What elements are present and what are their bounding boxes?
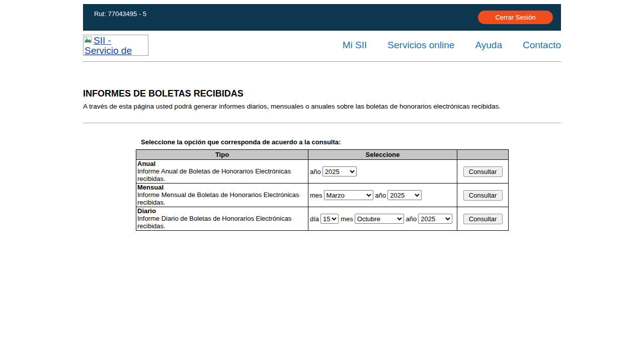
table-header-row: Tipo Seleccione bbox=[136, 150, 509, 160]
table-row-diario: Diario Informe Diario de Boletas de Hono… bbox=[136, 207, 509, 231]
diario-month-label: mes bbox=[341, 215, 353, 223]
row-type-mensual: Mensual bbox=[137, 184, 306, 191]
nav-ayuda[interactable]: Ayuda bbox=[475, 40, 502, 51]
nav-servicios-online[interactable]: Servicios online bbox=[387, 40, 454, 51]
row-type-diario: Diario bbox=[137, 207, 306, 215]
reports-table: Tipo Seleccione Anual Informe Anual de B… bbox=[136, 149, 509, 231]
col-header-action bbox=[457, 150, 509, 160]
rut-label: Rut: 77043495 - 5 bbox=[94, 10, 146, 18]
col-header-tipo: Tipo bbox=[136, 150, 308, 160]
page-description: A través de esta página usted podrá gene… bbox=[83, 103, 561, 110]
nav-contacto[interactable]: Contacto bbox=[523, 40, 561, 51]
consultar-diario-button[interactable]: Consultar bbox=[463, 214, 503, 224]
session-bar: Rut: 77043495 - 5 Cerrar Sesión bbox=[83, 4, 561, 31]
page-container: Rut: 77043495 - 5 Cerrar Sesión SII - Se… bbox=[83, 4, 561, 231]
logout-button[interactable]: Cerrar Sesión bbox=[478, 11, 553, 24]
row-description-anual: Informe Anual de Boletas de Honorarios E… bbox=[137, 167, 291, 183]
mensual-month-select[interactable]: Marzo bbox=[324, 190, 373, 200]
consultar-anual-button[interactable]: Consultar bbox=[463, 166, 503, 177]
diario-month-select[interactable]: Octubre bbox=[355, 214, 404, 224]
main-content: INFORMES DE BOLETAS RECIBIDAS A través d… bbox=[83, 89, 561, 231]
consultation-section: Seleccione la opción que corresponda de … bbox=[136, 138, 508, 231]
consultar-mensual-button[interactable]: Consultar bbox=[463, 190, 503, 201]
anual-year-label: año bbox=[310, 168, 321, 175]
table-row-mensual: Mensual Informe Mensual de Boletas de Ho… bbox=[136, 184, 509, 207]
broken-image-icon bbox=[85, 36, 93, 46]
row-type-anual: Anual bbox=[137, 160, 306, 167]
diario-year-label: año bbox=[406, 215, 417, 223]
mensual-month-label: mes bbox=[310, 192, 323, 199]
site-header: SII - Servicio de Mi SII Servicios onlin… bbox=[83, 31, 561, 62]
diario-day-select[interactable]: 15 bbox=[320, 214, 339, 224]
content-divider bbox=[83, 123, 561, 123]
page-title: INFORMES DE BOLETAS RECIBIDAS bbox=[83, 89, 561, 98]
mensual-year-select[interactable]: 2025 bbox=[387, 190, 422, 200]
diario-day-label: día bbox=[310, 215, 319, 223]
mensual-year-label: año bbox=[375, 192, 386, 199]
nav-mi-sii[interactable]: Mi SII bbox=[343, 40, 367, 51]
col-header-seleccione: Seleccione bbox=[308, 150, 457, 160]
sii-logo[interactable]: SII - Servicio de bbox=[83, 35, 148, 56]
diario-year-select[interactable]: 2025 bbox=[418, 214, 452, 224]
row-description-diario: Informe Diario de Boletas de Honorarios … bbox=[137, 215, 291, 230]
main-nav: Mi SII Servicios online Ayuda Contacto bbox=[322, 40, 561, 51]
table-row-anual: Anual Informe Anual de Boletas de Honora… bbox=[136, 160, 509, 184]
table-caption: Seleccione la opción que corresponda de … bbox=[136, 138, 508, 146]
anual-year-select[interactable]: 2025 bbox=[323, 166, 357, 176]
row-description-mensual: Informe Mensual de Boletas de Honorarios… bbox=[137, 191, 299, 206]
